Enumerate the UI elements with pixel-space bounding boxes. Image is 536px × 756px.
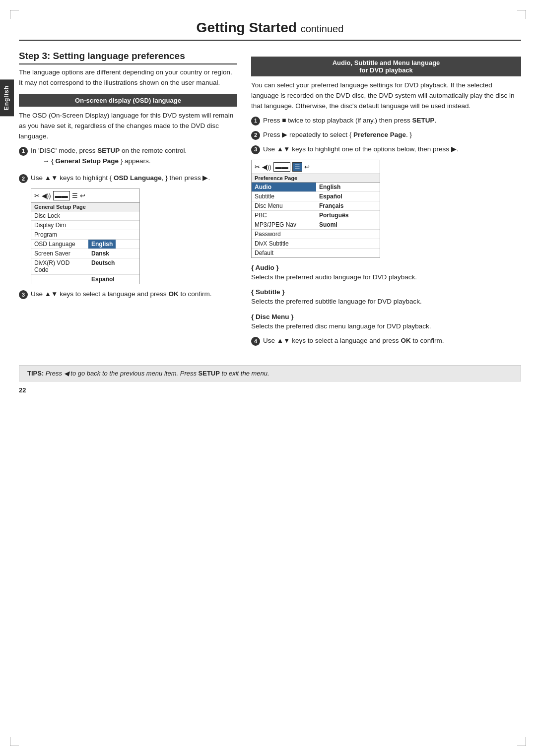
step-1-content: In 'DISC' mode, press SETUP on the remot…: [31, 146, 237, 170]
setup-icons: ✂ ◀)) ▬▬ ☰ ↩: [34, 191, 85, 200]
exit-icon: ↩: [304, 163, 310, 171]
sound-icon: ◀)): [262, 163, 271, 171]
right-step-2-content: Press ▶ repeatedly to select { Preferenc…: [263, 130, 521, 140]
row-label: OSD Language: [31, 240, 88, 249]
osd-body-text: The OSD (On-Screen Display) language for…: [19, 111, 237, 142]
setup-table-header: ✂ ◀)) ▬▬ ☰ ↩: [31, 189, 139, 203]
row-value: [88, 221, 94, 230]
row-label: Disc Lock: [31, 211, 88, 220]
disc-menu-text: Selects the preferred disc menu language…: [251, 321, 521, 332]
table-row: DivX(R) VOD Code Deutsch: [31, 258, 139, 275]
corner-tl: [10, 10, 19, 19]
preference-table: ✂ ◀)) ▬▬ ☰ ↩ Preference Page Audio Engli…: [251, 160, 380, 258]
osd-section-header: On-screen display (OSD) language: [19, 94, 237, 107]
right-step-number-3: 3: [251, 145, 260, 154]
scissors-icon: ✂: [34, 192, 40, 199]
table-row: OSD Language English: [31, 240, 139, 249]
pref-table-row: Default: [252, 249, 380, 257]
tips-label: TIPS:: [27, 370, 44, 377]
title-continued: continued: [301, 23, 344, 34]
pref-table-header: ✂ ◀)) ▬▬ ☰ ↩: [252, 160, 380, 174]
screen-icon: ▬▬: [53, 191, 70, 200]
right-intro-text: You can select your preferred language s…: [251, 80, 521, 112]
pref-row-label: Default: [252, 249, 316, 257]
left-step-2: 2 Use ▲▼ keys to highlight { OSD Languag…: [19, 173, 237, 184]
pref-row-label: Subtitle: [252, 192, 316, 201]
pref-row-label: Audio: [252, 183, 316, 191]
right-column: Audio, Subtitle and Menu language for DV…: [251, 51, 521, 350]
table-row: Display Dim: [31, 221, 139, 230]
pref-table-row: Subtitle Español: [252, 192, 380, 201]
pref-table-row: Disc Menu Français: [252, 201, 380, 211]
table-row: Español: [31, 275, 139, 284]
right-step-number-2: 2: [251, 131, 260, 140]
scissors-icon: ✂: [255, 163, 260, 171]
step-3-content: Use ▲▼ keys to select a language and pre…: [31, 289, 237, 300]
audio-text: Selects the preferred audio language for…: [251, 272, 521, 283]
pref-table-row: MP3/JPEG Nav Suomi: [252, 220, 380, 230]
table-row: Disc Lock: [31, 211, 139, 221]
corner-bl: [10, 737, 19, 746]
row-label: [31, 275, 88, 284]
right-section-header: Audio, Subtitle and Menu language for DV…: [251, 57, 521, 76]
row-value: Deutsch: [88, 258, 118, 274]
pref-row-label: Disc Menu: [252, 201, 316, 210]
right-step-number-1: 1: [251, 117, 260, 126]
title-text: Getting Started: [197, 20, 297, 35]
sound-icon: ◀)): [42, 192, 51, 199]
pref-row-value: Français: [316, 201, 346, 210]
step-number-3: 3: [19, 290, 28, 299]
tips-text: Press ◀ to go back to the previous menu …: [46, 370, 269, 377]
subtitle-text: Selects the preferred subtitle language …: [251, 297, 521, 307]
pref-row-value: Suomi: [316, 220, 340, 229]
left-column: Step 3: Setting language preferences The…: [19, 51, 237, 350]
row-value: [88, 211, 94, 220]
page-title: Getting Started continued: [19, 20, 521, 41]
step-2-content: Use ▲▼ keys to highlight { OSD Language,…: [31, 173, 237, 184]
row-label: Screen Saver: [31, 249, 88, 258]
pref-table-row: Password: [252, 230, 380, 239]
left-step-3: 3 Use ▲▼ keys to select a language and p…: [19, 289, 237, 300]
subtitle-heading: { Subtitle }: [251, 288, 521, 296]
row-label: Program: [31, 230, 88, 239]
step-1-arrow: → { General Setup Page } appears.: [43, 156, 237, 167]
right-step-2: 2 Press ▶ repeatedly to select { Prefere…: [251, 130, 521, 140]
sidebar-language-label: English: [0, 79, 14, 116]
pref-table-row: Audio English: [252, 183, 380, 192]
pref-row-label: DivX Subtitle: [252, 239, 316, 248]
page-container: English Getting Started continued Step 3…: [0, 0, 536, 756]
pref-table-row: PBC Português: [252, 211, 380, 220]
screen-icon: ▬▬: [273, 162, 290, 172]
right-step-1: 1 Press ■ twice to stop playback (if any…: [251, 116, 521, 126]
tips-bar: TIPS: Press ◀ to go back to the previous…: [19, 365, 521, 381]
row-label: Display Dim: [31, 221, 88, 230]
general-setup-table: ✂ ◀)) ▬▬ ☰ ↩ General Setup Page Disc Loc…: [31, 189, 140, 284]
left-step-1: 1 In 'DISC' mode, press SETUP on the rem…: [19, 146, 237, 170]
right-step-3: 3 Use ▲▼ keys to highlight one of the op…: [251, 144, 521, 155]
main-content: Getting Started continued Step 3: Settin…: [19, 15, 521, 394]
row-label: DivX(R) VOD Code: [31, 258, 88, 274]
row-value-english: English: [88, 240, 116, 249]
pref-row-label: Password: [252, 230, 316, 239]
pref-row-value: Español: [316, 192, 345, 201]
corner-br: [517, 737, 526, 746]
pref-row-value: [316, 230, 322, 239]
right-step-4-content: Use ▲▼ keys to select a language and pre…: [263, 336, 521, 346]
pref-table-row: DivX Subtitle: [252, 239, 380, 249]
audio-heading: { Audio }: [251, 264, 521, 271]
pref-table-title: Preference Page: [252, 174, 380, 183]
prefs-icon: ☰: [292, 162, 302, 172]
step-heading: Step 3: Setting language preferences: [19, 51, 237, 64]
pref-row-value: Português: [316, 211, 351, 220]
step-number-2: 2: [19, 174, 28, 183]
exit-icon: ↩: [80, 192, 85, 199]
intro-text: The language options are different depen…: [19, 67, 237, 88]
right-step-number-4: 4: [251, 337, 260, 346]
pref-row-value: [316, 239, 322, 248]
row-value: [88, 230, 94, 239]
step-number-1: 1: [19, 147, 28, 156]
pref-row-value: [316, 249, 322, 257]
pref-icons: ✂ ◀)) ▬▬ ☰ ↩: [255, 162, 310, 172]
pref-row-label: MP3/JPEG Nav: [252, 220, 316, 229]
corner-tr: [517, 10, 526, 19]
